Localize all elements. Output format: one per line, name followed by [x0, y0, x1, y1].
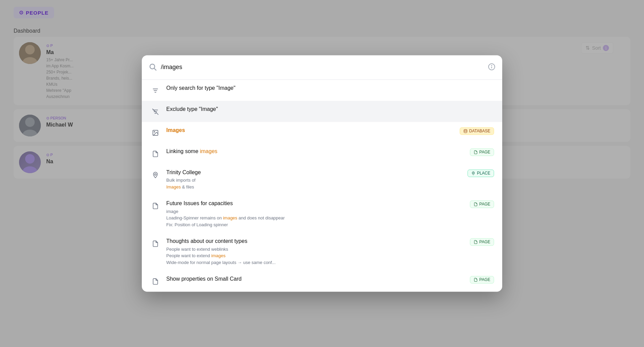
thoughts-content-subtitle: People want to extend weblinks People wa…	[166, 246, 470, 266]
result-trinity-college[interactable]: Trinity College Bulk imports of Images &…	[142, 164, 502, 195]
search-modal: Only search for type "Image" Exclude typ…	[142, 55, 502, 292]
filter-exclude-title: Exclude type "Image"	[166, 105, 494, 113]
trinity-highlight: Images	[166, 184, 181, 189]
page-badge-1: PAGE	[470, 148, 494, 156]
linking-images-title: Linking some images	[166, 148, 470, 155]
results-list: Only search for type "Image" Exclude typ…	[142, 80, 502, 292]
svg-point-23	[464, 129, 467, 130]
thoughts-content-highlight: images	[211, 253, 225, 259]
future-issues-title: Future Issues for capacities	[166, 200, 470, 208]
future-issues-highlight: images	[223, 216, 237, 221]
page-icon-3	[150, 238, 161, 249]
result-show-properties[interactable]: Show properties on Small Card PAGE	[142, 271, 502, 292]
future-issues-content: Future Issues for capacities image Loadi…	[166, 200, 470, 228]
filter-only-icon	[150, 85, 161, 96]
page-icon-4	[150, 276, 161, 287]
filter-only-content: Only search for type "Image"	[166, 84, 494, 92]
page-badge-4: PAGE	[470, 276, 494, 284]
svg-point-24	[155, 174, 156, 175]
trinity-title: Trinity College	[166, 169, 468, 176]
filter-exclude-image[interactable]: Exclude type "Image"	[142, 101, 502, 122]
result-images-db[interactable]: Images DATABASE	[142, 122, 502, 143]
search-input[interactable]	[161, 64, 488, 71]
page-badge-3: PAGE	[470, 238, 494, 246]
filter-only-image[interactable]: Only search for type "Image"	[142, 80, 502, 101]
filter-only-title: Only search for type "Image"	[166, 84, 494, 92]
images-db-title: Images	[166, 127, 460, 134]
search-bar	[142, 55, 502, 80]
trinity-subtitle: Bulk imports of Images & files	[166, 177, 468, 191]
linking-images-content: Linking some images	[166, 148, 470, 155]
svg-point-25	[473, 172, 474, 174]
page-icon-2	[150, 201, 161, 212]
result-linking-images[interactable]: Linking some images PAGE	[142, 143, 502, 164]
linking-images-highlight: images	[200, 148, 218, 154]
show-properties-title: Show properties on Small Card	[166, 276, 470, 283]
images-db-content: Images	[166, 127, 460, 134]
result-thoughts-content[interactable]: Thoughts about our content types People …	[142, 233, 502, 271]
future-issues-subtitle: image Loading-Spinner remains on images …	[166, 208, 470, 228]
svg-point-22	[154, 131, 155, 132]
trinity-content: Trinity College Bulk imports of Images &…	[166, 169, 468, 190]
place-icon	[150, 169, 161, 180]
info-icon[interactable]	[488, 63, 495, 72]
svg-line-10	[154, 68, 156, 70]
page-icon-1	[150, 148, 161, 159]
filter-exclude-icon	[150, 106, 161, 117]
page-badge-2: PAGE	[470, 201, 494, 208]
result-future-issues[interactable]: Future Issues for capacities image Loadi…	[142, 195, 502, 233]
database-badge: DATABASE	[460, 127, 494, 135]
filter-exclude-content: Exclude type "Image"	[166, 105, 494, 113]
show-properties-content: Show properties on Small Card	[166, 276, 470, 283]
thoughts-content-content: Thoughts about our content types People …	[166, 238, 470, 266]
search-icon	[149, 63, 157, 72]
place-badge: PLACE	[468, 169, 494, 177]
image-icon	[150, 127, 161, 138]
thoughts-content-title: Thoughts about our content types	[166, 238, 470, 245]
